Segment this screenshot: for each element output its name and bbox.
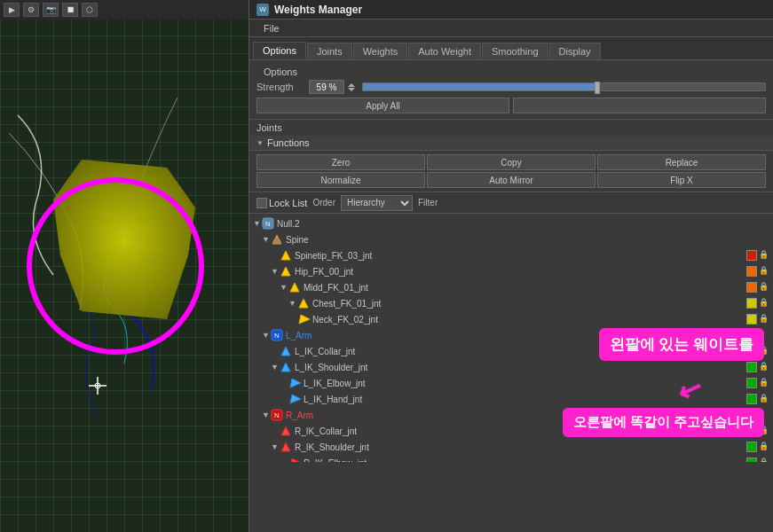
viewport-btn-1[interactable]: ▶ (4, 3, 20, 17)
slider-handle[interactable] (595, 82, 600, 94)
svg-marker-21 (290, 458, 301, 462)
neckfk-colorbox (746, 314, 757, 325)
rikcol-colorbox (746, 426, 757, 436)
expand-neckfk (288, 315, 297, 324)
tree-item-null2[interactable]: ▼ N Null.2 (249, 215, 773, 231)
viewport-btn-4[interactable]: 🔲 (62, 3, 78, 17)
expand-rarm[interactable]: ▼ (262, 411, 271, 419)
strength-spinner[interactable] (348, 80, 359, 94)
viewport-btn-3[interactable]: 📷 (43, 3, 59, 17)
tab-display[interactable]: Display (549, 43, 601, 59)
rikelb-label: R_IK_Elbow_jnt (304, 458, 743, 463)
tree-item-larm[interactable]: ▼ N L_Arm (249, 327, 773, 343)
tab-auto-weight[interactable]: Auto Weight (408, 43, 481, 59)
riksho-lock: 🔒 (759, 442, 769, 452)
tab-options[interactable]: Options (253, 42, 306, 59)
expand-likhand (280, 395, 288, 403)
auto-mirror-button[interactable]: Auto Mirror (427, 172, 596, 188)
copy-button[interactable]: Copy (427, 154, 596, 170)
svg-marker-9 (299, 299, 308, 308)
middfk-label: Midd_FK_01_jnt (304, 283, 743, 293)
middfk-icon (288, 281, 301, 293)
svg-marker-10 (299, 315, 310, 324)
tree-item-riksho[interactable]: ▼ R_IK_Shoulder_jnt 🔒 (249, 439, 773, 455)
lock-list-checkbox[interactable] (256, 198, 267, 208)
middfk-lock: 🔒 (759, 282, 769, 293)
joint-tree[interactable]: ▼ N Null.2 ▼ Spine Spinetip_FK_03_jnt (249, 214, 773, 462)
viewport-btn-2[interactable]: ⚙ (23, 3, 39, 17)
options-section-label: Options (256, 64, 766, 80)
expand-liksho[interactable]: ▼ (271, 363, 280, 372)
expand-rikelb (280, 458, 288, 462)
panel-icon: W (256, 4, 269, 16)
joints-section: Joints ▼ Functions Zero Copy Replace Nor… (249, 120, 773, 532)
normalize-button[interactable]: Normalize (256, 172, 425, 188)
spine-label: Spine (286, 235, 769, 245)
likelb-lock: 🔒 (759, 378, 769, 388)
viewport-btn-5[interactable]: ⬡ (82, 3, 98, 17)
apply-all-button[interactable]: Apply All (256, 98, 509, 113)
strength-label: Strength (256, 82, 305, 92)
likhand-label: L_IK_Hand_jnt (304, 395, 743, 404)
order-dropdown[interactable]: Hierarchy Alphabetical (341, 195, 413, 211)
tab-smoothing[interactable]: Smoothing (482, 43, 548, 59)
spinetip-lock: 🔒 (759, 250, 769, 261)
rikelb-lock: 🔒 (759, 458, 769, 462)
svg-marker-19 (281, 426, 290, 435)
tree-item-hipfk[interactable]: ▼ Hip_FK_00_jnt 🔒 (249, 263, 773, 279)
svg-marker-14 (281, 363, 290, 372)
likhand-colorbox (746, 394, 757, 404)
title-bar: W Weights Manager (249, 0, 773, 20)
tree-item-neckfk[interactable]: Neck_FK_02_jnt 🔒 (249, 311, 773, 327)
functions-label: Functions (267, 137, 310, 148)
expand-middfk[interactable]: ▼ (280, 283, 288, 292)
tree-item-rikcol[interactable]: R_IK_Collar_jnt 🔒 (249, 423, 773, 439)
options-section: Options Strength Apply All (249, 60, 773, 120)
expand-spine[interactable]: ▼ (262, 235, 271, 244)
neckfk-label: Neck_FK_02_jnt (312, 315, 743, 325)
spinetip-icon (280, 249, 292, 262)
tree-item-middfk[interactable]: ▼ Midd_FK_01_jnt 🔒 (249, 279, 773, 295)
functions-header[interactable]: ▼ Functions (249, 136, 773, 151)
expand-null2[interactable]: ▼ (253, 219, 262, 228)
svg-text:N: N (265, 220, 271, 228)
neckfk-icon (297, 313, 310, 325)
likcol-label: L_IK_Collar_jnt (295, 347, 743, 356)
tree-item-spinetip[interactable]: Spinetip_FK_03_jnt 🔒 (249, 247, 773, 263)
expand-larm[interactable]: ▼ (262, 331, 271, 340)
expand-hipfk[interactable]: ▼ (271, 267, 280, 276)
larm-icon: N (271, 329, 283, 341)
tree-item-rarm[interactable]: ▼ N R_Arm (249, 407, 773, 423)
rikcol-label: R_IK_Collar_jnt (295, 426, 743, 436)
strength-input[interactable] (309, 80, 344, 94)
menu-file[interactable]: File (256, 21, 287, 35)
tree-item-likhand[interactable]: L_IK_Hand_jnt 🔒 (249, 391, 773, 407)
chestfk-colorbox (746, 298, 757, 309)
slider-fill (363, 83, 600, 90)
svg-text:N: N (274, 411, 280, 419)
hipfk-colorbox (746, 266, 757, 277)
tree-item-liksho[interactable]: ▼ L_IK_Shoulder_jnt 🔒 (249, 359, 773, 375)
tree-item-chestfk[interactable]: ▼ Chest_FK_01_jnt 🔒 (249, 295, 773, 311)
strength-slider[interactable] (362, 82, 766, 91)
tab-weights[interactable]: Weights (353, 43, 408, 59)
middfk-colorbox (746, 282, 757, 293)
chestfk-label: Chest_FK_01_jnt (312, 299, 743, 309)
3d-viewport[interactable]: ▶ ⚙ 📷 🔲 ⬡ (0, 0, 248, 532)
tree-item-likcol[interactable]: L_IK_Collar_jnt 🔒 (249, 343, 773, 359)
zero-button[interactable]: Zero (256, 154, 425, 170)
flip-x-button[interactable]: Flip X (597, 172, 766, 188)
expand-chestfk[interactable]: ▼ (288, 299, 297, 308)
apply-right-button[interactable] (513, 98, 766, 113)
tree-item-rikelb[interactable]: R_IK_Elbow_jnt 🔒 (249, 455, 773, 462)
tree-item-spine[interactable]: ▼ Spine (249, 231, 773, 247)
tree-item-likelb[interactable]: L_IK_Elbow_jnt 🔒 (249, 375, 773, 391)
tab-joints[interactable]: Joints (307, 43, 352, 59)
hipfk-label: Hip_FK_00_jnt (295, 267, 743, 277)
replace-button[interactable]: Replace (597, 154, 766, 170)
filter-label: Filter (418, 198, 438, 207)
viewport-toolbar: ▶ ⚙ 📷 🔲 ⬡ (0, 0, 248, 20)
panel-content: Options Strength Apply All Joints (249, 60, 773, 532)
liksho-label: L_IK_Shoulder_jnt (295, 363, 743, 372)
expand-riksho[interactable]: ▼ (271, 442, 280, 451)
